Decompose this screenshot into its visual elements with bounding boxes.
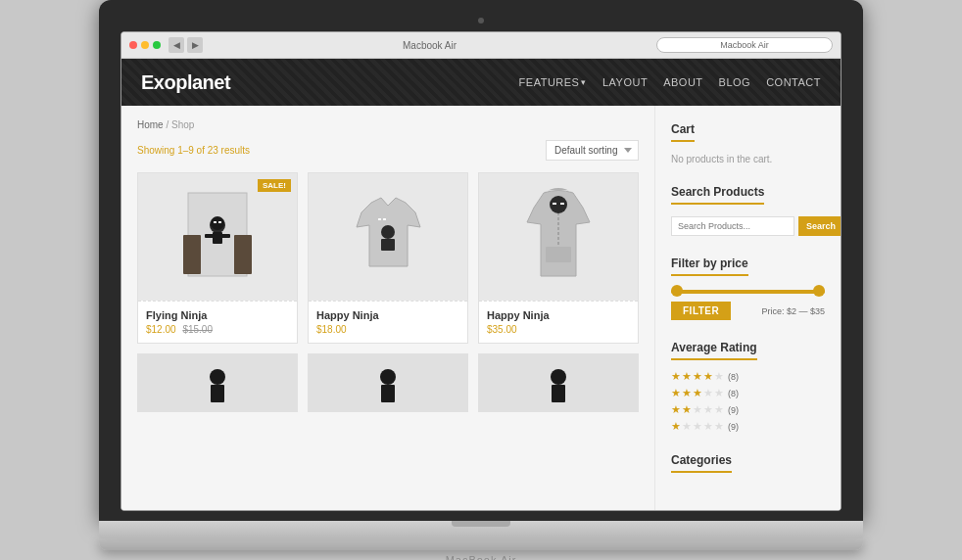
back-button[interactable]: ◀: [168, 37, 184, 53]
star-icon: ★: [682, 370, 692, 383]
partial-product-img: [539, 362, 578, 411]
site-logo: Exoplanet: [141, 71, 230, 94]
svg-point-11: [381, 225, 395, 239]
search-title: Search Products: [671, 185, 764, 205]
price-thumb-left[interactable]: [671, 285, 683, 297]
sort-select[interactable]: Default sorting: [546, 140, 639, 161]
old-price: $15.00: [182, 324, 213, 335]
svg-rect-13: [378, 218, 381, 220]
partial-card-bg: [309, 354, 467, 411]
laptop-base: [99, 521, 863, 538]
cart-empty-message: No products in the cart.: [671, 154, 825, 164]
site-nav: FEATURES LAYOUT ABOUT BLOG CONTACT: [519, 76, 821, 88]
site-sidebar: Cart No products in the cart. Search Pro…: [654, 106, 841, 510]
rating-count: (9): [728, 405, 739, 415]
product-card[interactable]: Happy Ninja $18.00: [308, 172, 468, 344]
nav-features[interactable]: FEATURES: [519, 76, 587, 88]
partial-product-img: [198, 362, 237, 411]
star-empty-icon: ★: [714, 420, 724, 433]
close-dot[interactable]: [129, 41, 137, 49]
sale-badge: SALE!: [258, 179, 291, 192]
maximize-dot[interactable]: [153, 41, 161, 49]
nav-contact[interactable]: CONTACT: [766, 76, 821, 88]
browser-address[interactable]: Macbook Air: [656, 37, 833, 53]
breadcrumb-current: Shop: [171, 119, 194, 130]
product-card-partial[interactable]: [308, 353, 468, 412]
filter-title: Filter by price: [671, 257, 748, 276]
star-icon: ★: [671, 370, 681, 383]
current-price: $35.00: [487, 324, 517, 335]
rating-section: Average Rating ★ ★ ★ ★ ★ (8): [671, 338, 825, 433]
rating-row[interactable]: ★ ★ ★ ★ ★ (8): [671, 387, 825, 399]
svg-rect-19: [546, 247, 571, 262]
star-empty-icon: ★: [714, 370, 724, 383]
product-card-partial[interactable]: [137, 353, 298, 412]
current-price: $12.00: [146, 324, 176, 335]
product-card-info: Happy Ninja $35.00: [479, 301, 638, 343]
star-empty-icon: ★: [703, 403, 713, 416]
product-image: [479, 173, 638, 301]
site-body: Home / Shop Showing 1–9 of 23 results De…: [121, 106, 841, 510]
product-card[interactable]: SALE!: [137, 172, 298, 344]
partial-product-img: [368, 362, 408, 411]
forward-button[interactable]: ▶: [187, 37, 203, 53]
laptop-camera: [478, 18, 484, 23]
svg-point-4: [211, 216, 224, 230]
price-thumb-right[interactable]: [813, 285, 825, 297]
svg-rect-12: [381, 239, 395, 251]
site-header: Exoplanet FEATURES LAYOUT ABOUT BLOG CON…: [121, 59, 841, 106]
svg-rect-17: [553, 203, 556, 205]
current-price: $18.00: [316, 324, 347, 335]
categories-title: Categories: [671, 453, 732, 473]
results-count: Showing 1–9 of 23 results: [137, 145, 250, 156]
rating-row[interactable]: ★ ★ ★ ★ ★ (9): [671, 420, 825, 433]
rating-row[interactable]: ★ ★ ★ ★ ★ (8): [671, 370, 825, 383]
product-card-info: Happy Ninja $18.00: [309, 301, 467, 343]
star-empty-icon: ★: [714, 387, 724, 399]
star-icon: ★: [671, 420, 681, 433]
star-icon: ★: [682, 403, 692, 416]
svg-rect-23: [381, 385, 395, 402]
rating-count: (8): [728, 389, 739, 398]
search-input[interactable]: [671, 216, 794, 236]
product-img-svg: [352, 188, 425, 286]
stars-1: ★ ★ ★ ★ ★: [671, 420, 724, 433]
laptop-foot-bar: [99, 538, 863, 550]
breadcrumb-home[interactable]: Home: [137, 119, 164, 130]
filter-row: FILTER Price: $2 — $35: [671, 302, 825, 320]
price-label: Price: $2 — $35: [761, 306, 825, 316]
search-row: Search: [671, 216, 825, 236]
search-button[interactable]: Search: [798, 216, 842, 236]
filter-button[interactable]: FILTER: [671, 302, 731, 320]
svg-rect-18: [560, 203, 564, 205]
rating-row[interactable]: ★ ★ ★ ★ ★ (9): [671, 403, 825, 416]
product-price: $18.00: [316, 324, 459, 335]
partial-card-bg: [479, 354, 638, 411]
browser-bar: ◀ ▶ Macbook Air Macbook Air: [121, 32, 841, 59]
browser-window: ◀ ▶ Macbook Air Macbook Air Exoplanet FE…: [120, 31, 842, 511]
nav-blog[interactable]: BLOG: [719, 76, 751, 88]
product-grid: SALE!: [137, 172, 639, 344]
star-icon: ★: [693, 370, 702, 383]
stars-4: ★ ★ ★ ★ ★: [671, 370, 724, 383]
categories-section: Categories: [671, 450, 825, 479]
cart-section: Cart No products in the cart.: [671, 119, 825, 164]
product-card[interactable]: Happy Ninja $35.00: [478, 172, 639, 344]
svg-rect-7: [213, 232, 222, 244]
product-image: SALE!: [138, 173, 297, 301]
minimize-dot[interactable]: [141, 41, 149, 49]
stars-2: ★ ★ ★ ★ ★: [671, 403, 724, 416]
product-image: [309, 173, 467, 301]
product-name: Happy Ninja: [316, 309, 459, 321]
nav-layout[interactable]: LAYOUT: [602, 76, 648, 88]
svg-rect-2: [234, 235, 252, 274]
rating-count: (9): [728, 422, 739, 432]
star-icon: ★: [671, 387, 681, 399]
product-card-partial[interactable]: [478, 353, 639, 412]
svg-rect-5: [214, 221, 216, 223]
product-price: $12.00 $15.00: [146, 324, 289, 335]
star-icon: ★: [693, 387, 702, 399]
rating-title: Average Rating: [671, 341, 757, 360]
product-card-info: Flying Ninja $12.00 $15.00: [138, 301, 297, 343]
nav-about[interactable]: ABOUT: [663, 76, 702, 88]
